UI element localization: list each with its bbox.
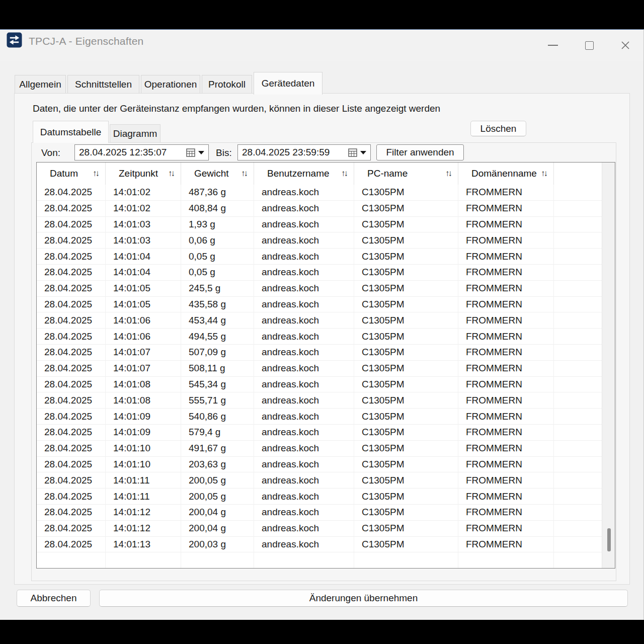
subtab-datumstabelle[interactable]: Datumstabelle xyxy=(33,121,109,143)
table-cell: 408,84 g xyxy=(181,201,254,217)
column-header-pc-name[interactable]: PC-name ↑↓ xyxy=(354,163,458,185)
table-cell: andreas.koch xyxy=(254,425,354,441)
cancel-button[interactable]: Abbrechen xyxy=(17,590,91,607)
table-row[interactable]: 28.04.202514:01:05245,5 gandreas.kochC13… xyxy=(37,281,602,297)
sort-icon: ↑↓ xyxy=(93,169,100,179)
delete-button-label: Löschen xyxy=(480,123,517,134)
tab-schnittstellen[interactable]: Schnittstellen xyxy=(67,75,139,94)
chevron-down-icon[interactable] xyxy=(360,151,366,154)
table-cell: FROMMERN xyxy=(458,217,554,233)
minimize-button[interactable] xyxy=(535,30,571,61)
table-cell: 507,09 g xyxy=(181,345,254,361)
table-row[interactable]: 28.04.202514:01:07508,11 gandreas.kochC1… xyxy=(37,361,602,377)
column-header-benutzername[interactable]: Benutzername ↑↓ xyxy=(254,163,354,185)
table-row[interactable]: 28.04.202514:01:040,05 gandreas.kochC130… xyxy=(37,249,602,265)
table-cell: FROMMERN xyxy=(458,425,554,441)
table-cell: 28.04.2025 xyxy=(37,297,106,313)
tab-geraetedaten[interactable]: Gerätedaten xyxy=(254,72,323,95)
table-cell: C1305PM xyxy=(354,425,458,441)
table-row[interactable]: 28.04.202514:01:10491,67 gandreas.kochC1… xyxy=(37,441,602,457)
table-row[interactable]: 28.04.202514:01:02408,84 gandreas.kochC1… xyxy=(37,201,602,217)
table-row[interactable]: 28.04.202514:01:13200,03 gandreas.kochC1… xyxy=(37,537,602,553)
table-cell xyxy=(554,345,602,361)
table-cell: 491,67 g xyxy=(181,441,254,457)
table-cell xyxy=(554,265,602,281)
table-row[interactable]: 28.04.202514:01:02487,36 gandreas.kochC1… xyxy=(37,185,602,201)
tab-operationen[interactable]: Operationen xyxy=(141,75,200,94)
subtab-diagramm[interactable]: Diagramm xyxy=(110,124,160,143)
tab-label: Gerätedaten xyxy=(262,78,315,89)
table-row[interactable]: 28.04.202514:01:09579,4 gandreas.kochC13… xyxy=(37,425,602,441)
tab-protokoll[interactable]: Protokoll xyxy=(202,75,252,94)
table-row[interactable]: 28.04.202514:01:031,93 gandreas.kochC130… xyxy=(37,217,602,233)
table-cell: C1305PM xyxy=(354,489,458,505)
table-row[interactable]: 28.04.202514:01:10203,63 gandreas.kochC1… xyxy=(37,457,602,473)
table-cell xyxy=(554,281,602,297)
von-datetime-input[interactable]: 28.04.2025 12:35:07 xyxy=(74,144,209,160)
table-cell: C1305PM xyxy=(354,185,458,201)
scrollbar-thumb[interactable] xyxy=(607,528,611,551)
table-row[interactable]: 28.04.202514:01:040,05 gandreas.kochC130… xyxy=(37,265,602,281)
table-row[interactable]: 28.04.202514:01:06453,44 gandreas.kochC1… xyxy=(37,312,602,329)
maximize-button[interactable] xyxy=(571,30,607,61)
table-cell xyxy=(554,552,602,568)
table-cell: 28.04.2025 xyxy=(37,521,106,537)
table-cell: FROMMERN xyxy=(458,185,554,201)
apply-filter-button[interactable]: Filter anwenden xyxy=(376,144,464,160)
table-row[interactable]: 28.04.202514:01:11200,05 gandreas.kochC1… xyxy=(37,489,602,505)
table-cell: 14:01:03 xyxy=(106,217,181,233)
table-row[interactable]: 28.04.202514:01:030,06 gandreas.kochC130… xyxy=(37,232,602,249)
table-cell: 579,4 g xyxy=(181,425,254,441)
subtab-label: Datumstabelle xyxy=(40,127,101,138)
sort-icon: ↑↓ xyxy=(541,169,548,179)
table-row[interactable]: 28.04.202514:01:08555,71 gandreas.kochC1… xyxy=(37,392,602,409)
column-label: Zeitpunkt xyxy=(119,168,158,179)
table-cell: 28.04.2025 xyxy=(37,281,106,297)
table-cell: 28.04.2025 xyxy=(37,409,106,425)
table-cell: 28.04.2025 xyxy=(37,489,106,505)
cancel-button-label: Abbrechen xyxy=(31,593,77,604)
vertical-scrollbar[interactable] xyxy=(602,163,615,568)
table-row[interactable]: 28.04.202514:01:11200,05 gandreas.kochC1… xyxy=(37,472,602,489)
column-header-gewicht[interactable]: Gewicht ↑↓ xyxy=(181,163,254,185)
table-cell: 14:01:07 xyxy=(106,361,181,377)
chevron-down-icon[interactable] xyxy=(198,151,204,154)
close-icon xyxy=(620,40,630,50)
calendar-icon[interactable] xyxy=(186,148,195,157)
table-row[interactable]: 28.04.202514:01:06494,55 gandreas.kochC1… xyxy=(37,329,602,345)
table-cell: andreas.koch xyxy=(254,185,354,201)
table-cell: andreas.koch xyxy=(254,232,354,249)
table-row[interactable]: 28.04.202514:01:05435,58 gandreas.kochC1… xyxy=(37,297,602,313)
table-content: Datum ↑↓ Zeitpunkt ↑↓ Gewicht ↑↓ Benutze… xyxy=(37,163,602,568)
table-row[interactable]: 28.04.202514:01:07507,09 gandreas.kochC1… xyxy=(37,345,602,361)
table-cell: 0,05 g xyxy=(181,249,254,265)
table-row[interactable]: 28.04.202514:01:12200,04 gandreas.kochC1… xyxy=(37,505,602,521)
column-header-zeitpunkt[interactable]: Zeitpunkt ↑↓ xyxy=(106,163,181,185)
bis-datetime-input[interactable]: 28.04.2025 23:59:59 xyxy=(237,144,371,160)
table-cell: FROMMERN xyxy=(458,377,554,393)
delete-button[interactable]: Löschen xyxy=(470,121,526,136)
main-tab-strip: Allgemein Schnittstellen Operationen Pro… xyxy=(0,72,643,95)
column-label: Domänenname xyxy=(471,168,537,179)
close-button[interactable] xyxy=(607,30,643,61)
table-cell: 28.04.2025 xyxy=(37,377,106,393)
table-row[interactable]: 28.04.202514:01:12200,04 gandreas.kochC1… xyxy=(37,521,602,537)
apply-changes-button[interactable]: Änderungen übernehmen xyxy=(99,590,628,607)
column-header-datum[interactable]: Datum ↑↓ xyxy=(37,163,106,185)
table-cell: 14:01:11 xyxy=(106,489,181,505)
sort-icon: ↑↓ xyxy=(168,169,176,179)
table-cell: C1305PM xyxy=(354,537,458,553)
table-row[interactable]: 28.04.202514:01:09540,86 gandreas.kochC1… xyxy=(37,409,602,425)
table-cell: 14:01:12 xyxy=(106,505,181,521)
letterbox-bottom xyxy=(0,620,644,644)
table-cell: C1305PM xyxy=(354,201,458,217)
tab-allgemein[interactable]: Allgemein xyxy=(15,75,66,94)
title-bar: TPCJ-A - Eigenschaften xyxy=(0,30,643,61)
table-cell: 14:01:09 xyxy=(106,409,181,425)
column-header-domaenenname[interactable]: Domänenname ↑↓ xyxy=(458,163,554,185)
table-cell: andreas.koch xyxy=(254,281,354,297)
calendar-icon[interactable] xyxy=(348,148,357,157)
table-row[interactable]: 28.04.202514:01:08545,34 gandreas.kochC1… xyxy=(37,377,602,393)
table-cell: andreas.koch xyxy=(254,249,354,265)
table-cell: C1305PM xyxy=(354,392,458,409)
